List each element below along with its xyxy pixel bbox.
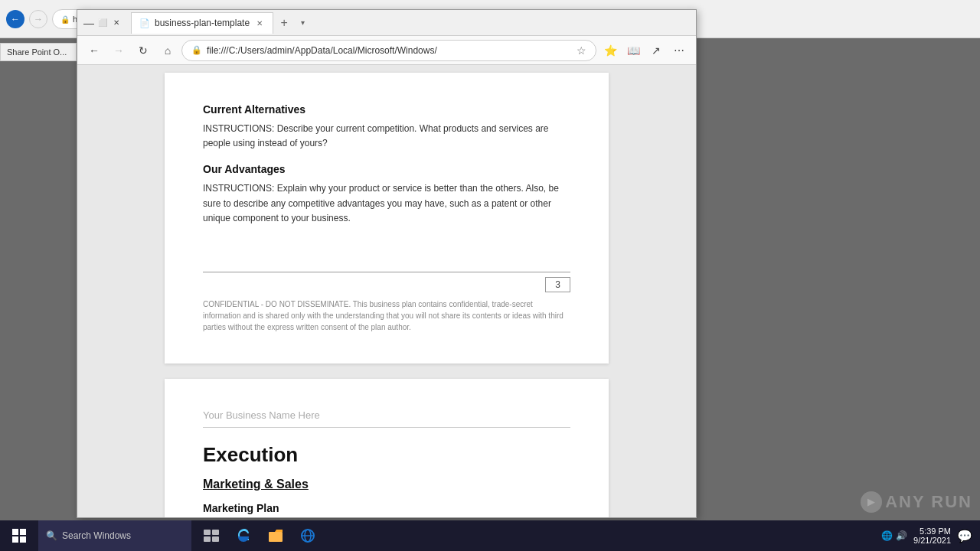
refresh-button[interactable]: ↻ [132,40,154,61]
volume-icon[interactable]: 🔊 [896,530,907,541]
notification-button[interactable]: 💬 [957,529,972,543]
forward-button[interactable]: → [108,40,129,61]
active-tab[interactable]: 📄 business-plan-template ✕ [131,12,273,34]
tab-label: business-plan-template [155,18,250,28]
nav-action-buttons: ⭐ 📖 ↗ ⋯ [599,40,690,61]
taskbar-right: 🌐 🔊 5:39 PM 9/21/2021 💬 [881,527,980,545]
start-button[interactable] [0,520,38,551]
file-explorer-taskbar[interactable] [260,520,292,551]
svg-rect-6 [204,536,211,542]
our-advantages-instructions: INSTRUCTIONS: Explain why your product o… [203,181,570,226]
tab-list-button[interactable]: ▾ [295,15,310,31]
svg-rect-7 [212,536,219,542]
minimize-button[interactable]: — [83,18,94,28]
close-button[interactable]: ✕ [111,18,122,28]
file-explorer-icon [267,527,284,544]
home-button[interactable]: ⌂ [157,40,178,61]
page-number: 3 [545,277,570,292]
anyrun-play-icon: ▶ [861,491,882,513]
svg-rect-2 [12,536,18,543]
execution-heading: Execution [203,443,570,467]
tab-bar: 📄 business-plan-template ✕ + ▾ [131,12,690,34]
system-tray-icons: 🌐 🔊 [881,530,907,541]
document-page-4: Your Business Name Here Execution Market… [165,379,609,517]
taskbar-search-label: Search Windows [62,530,131,541]
svg-rect-3 [20,536,26,543]
lock-icon: 🔒 [191,45,202,55]
clock-date: 9/21/2021 [913,536,951,545]
url-text: file:///C:/Users/admin/AppData/Local/Mic… [207,45,569,56]
page-footer: 3 [203,272,570,292]
anyrun-text: ANY RUN [885,492,972,512]
taskbar-apps [191,520,328,551]
current-alternatives-heading: Current Alternatives [203,103,570,116]
browser-titlebar: — ⬜ ✕ 📄 business-plan-template ✕ + ▾ [77,10,696,36]
tab-favicon: 📄 [139,18,150,28]
page-content[interactable]: Current Alternatives INSTRUCTIONS: Descr… [77,65,696,517]
current-alternatives-instructions: INSTRUCTIONS: Describe your current comp… [203,122,570,151]
new-tab-button[interactable]: + [273,12,295,34]
edge-icon [235,527,252,544]
svg-rect-1 [20,529,26,535]
bg-back-btn[interactable]: ← [6,10,24,28]
sharepoint-tab-label: Share Point O... [7,47,67,57]
taskview-icon [203,527,220,544]
browser-window: — ⬜ ✕ 📄 business-plan-template ✕ + ▾ ← →… [77,9,697,518]
clock-time: 5:39 PM [913,527,951,536]
business-name-header: Your Business Name Here [203,409,570,428]
bg-forward-btn[interactable]: → [29,10,47,28]
taskbar-search[interactable]: 🔍 Search Windows [38,520,191,551]
edge-browser-taskbar[interactable] [227,520,260,551]
svg-rect-8 [269,532,283,542]
reading-view-button[interactable]: 📖 [622,40,644,61]
sharepoint-tab[interactable]: Share Point O... [0,43,77,61]
network-icon[interactable]: 🌐 [881,530,893,541]
ie-browser-taskbar[interactable] [292,520,324,551]
back-button[interactable]: ← [83,40,105,61]
taskview-button[interactable] [195,520,227,551]
maximize-button[interactable]: ⬜ [97,18,108,28]
ie-icon [299,527,316,544]
windows-icon [11,528,27,543]
marketing-sales-heading: Marketing & Sales [203,478,570,491]
share-button[interactable]: ↗ [645,40,667,61]
svg-rect-0 [12,529,18,535]
anyrun-watermark: ▶ ANY RUN [861,491,972,513]
svg-rect-4 [204,530,211,535]
taskbar-search-icon: 🔍 [46,530,57,541]
taskbar: 🔍 Search Windows [0,520,980,551]
taskbar-clock[interactable]: 5:39 PM 9/21/2021 [913,527,951,545]
our-advantages-heading: Our Advantages [203,163,570,175]
tab-close-button[interactable]: ✕ [254,18,265,28]
address-bar[interactable]: 🔒 file:///C:/Users/admin/AppData/Local/M… [181,40,596,61]
confidential-text: CONFIDENTIAL - DO NOT DISSEMINATE. This … [203,298,570,333]
svg-rect-5 [212,530,219,535]
navigation-bar: ← → ↻ ⌂ 🔒 file:///C:/Users/admin/AppData… [77,36,696,65]
favorite-icon[interactable]: ☆ [577,44,586,57]
document-page-3: Current Alternatives INSTRUCTIONS: Descr… [165,73,609,364]
marketing-plan-heading: Marketing Plan [203,502,570,514]
collections-button[interactable]: ⭐ [599,40,621,61]
settings-button[interactable]: ⋯ [668,40,690,61]
